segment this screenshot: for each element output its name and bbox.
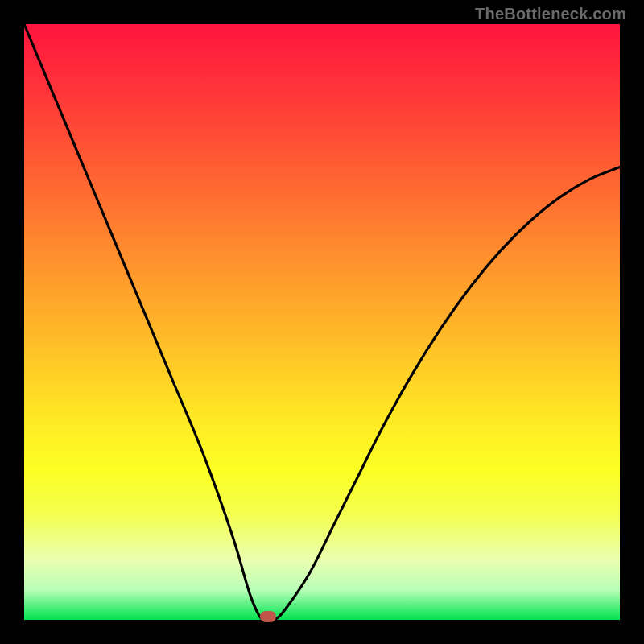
bottleneck-curve	[24, 24, 620, 622]
optimal-point-marker	[260, 611, 276, 622]
chart-frame: TheBottleneck.com	[0, 0, 644, 644]
watermark-text: TheBottleneck.com	[475, 5, 626, 23]
plot-area	[24, 24, 620, 620]
curve-svg	[24, 24, 620, 620]
